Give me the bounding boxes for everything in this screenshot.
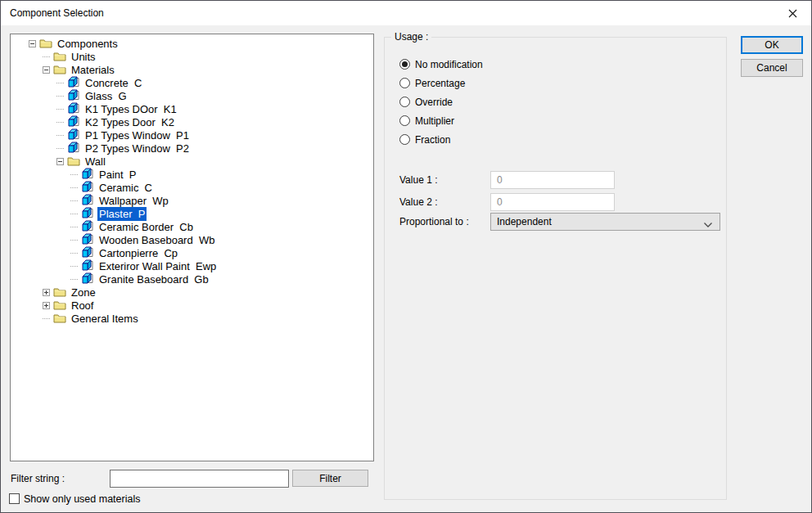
tree-item-paint[interactable]: Paint P [11,168,373,181]
titlebar: Component Selection [1,1,811,25]
material-cube-icon [81,207,94,220]
tree-item-plaster[interactable]: Plaster P [11,207,373,220]
material-cube-icon [81,272,94,286]
tree-connector [70,250,78,257]
tree-connector [56,132,64,139]
tree-item-label: Cartonpierre Cp [97,246,179,260]
usage-option-label: Multiplier [415,115,454,127]
radio-icon[interactable] [399,78,410,88]
material-cube-icon [67,128,80,142]
usage-option-percentage[interactable]: Percentage [399,74,483,92]
radio-selected-icon[interactable] [399,59,410,70]
tree-item-label: P2 Types Window P2 [83,142,191,155]
tree-connector [70,197,78,205]
value2-input[interactable] [490,193,615,211]
tree-connector [56,106,64,113]
filter-string-input[interactable] [110,470,289,488]
folder-icon [53,312,66,325]
show-only-used-materials-checkbox[interactable] [9,493,20,504]
tree-item-wall[interactable]: Wall [11,155,373,168]
material-cube-icon [81,246,94,259]
tree-item-p1-types-window[interactable]: P1 Types Window P1 [11,128,373,142]
component-tree[interactable]: ComponentsUnitsMaterialsConcrete CGlass … [10,34,374,461]
material-cube-icon [81,181,94,194]
tree-item-wallpaper[interactable]: Wallpaper Wp [11,194,373,207]
tree-connector [70,236,78,244]
tree-item-label: Plaster P [97,207,147,221]
cancel-button[interactable]: Cancel [741,59,803,77]
usage-option-multiplier[interactable]: Multiplier [399,111,483,130]
usage-option-fraction[interactable]: Fraction [399,130,483,149]
material-cube-icon [81,207,94,220]
tree-item-zone[interactable]: Zone [11,286,373,299]
tree-item-k1-types-door[interactable]: K1 Types DOor K1 [11,102,373,115]
tree-item-cartonpierre[interactable]: Cartonpierre Cp [11,246,373,259]
expand-plus-icon[interactable] [43,302,50,309]
usage-option-label: Override [415,97,453,108]
tree-connector [43,53,50,61]
material-cube-icon [81,181,94,194]
tree-item-units[interactable]: Units [11,50,373,63]
tree-connector [70,184,78,191]
material-cube-icon [81,194,94,207]
usage-option-no-modification[interactable]: No modification [399,55,483,74]
folder-icon [53,299,66,312]
tree-item-label: P1 Types Window P1 [83,128,191,142]
folder-icon [67,155,80,168]
tree-connector [43,315,50,322]
usage-option-override[interactable]: Override [399,92,483,111]
tree-item-granite-baseboard[interactable]: Granite Baseboard Gb [11,272,373,286]
usage-radio-group: No modificationPercentageOverrideMultipl… [399,55,483,149]
material-cube-icon [67,142,80,155]
tree-item-exteriror-wall-paint[interactable]: Exteriror Wall Paint Ewp [11,259,373,272]
value1-input[interactable] [490,171,615,189]
folder-icon [53,50,66,63]
tree-item-label: Roof [70,299,95,313]
filter-button[interactable]: Filter [292,470,368,487]
tree-connector [70,223,78,231]
tree-item-general-items[interactable]: General Items [11,312,373,325]
tree-item-roof[interactable]: Roof [11,299,373,312]
tree-item-label: Components [56,37,120,51]
expand-plus-icon[interactable] [43,289,50,296]
tree-item-concrete[interactable]: Concrete C [11,76,373,89]
ok-button[interactable]: OK [741,36,803,54]
material-cube-icon [81,246,94,259]
radio-icon[interactable] [399,97,410,107]
window-title: Component Selection [10,7,104,19]
tree-item-wooden-baseboard[interactable]: Wooden Baseboard Wb [11,233,373,246]
radio-icon[interactable] [399,134,410,145]
tree-connector [70,171,78,178]
material-cube-icon [81,259,94,272]
radio-icon[interactable] [399,115,410,126]
folder-icon [53,286,66,299]
collapse-minus-icon[interactable] [43,66,50,74]
tree-item-label: Wooden Baseboard Wb [97,233,216,247]
tree-item-ceramic[interactable]: Ceramic C [11,181,373,194]
tree-item-ceramic-border[interactable]: Ceramic Border Cb [11,220,373,233]
collapse-minus-icon[interactable] [56,158,64,165]
tree-item-label: K1 Types DOor K1 [83,102,178,116]
tree-item-label: Concrete C [83,76,143,90]
material-cube-icon [67,76,80,89]
close-button[interactable] [774,1,811,25]
tree-item-label: Exteriror Wall Paint Ewp [97,259,218,273]
tree-item-k2-types-door[interactable]: K2 Types Door K2 [11,115,373,128]
material-cube-icon [81,220,94,233]
show-only-used-materials-label: Show only used materials [24,493,140,506]
collapse-minus-icon[interactable] [29,40,36,47]
proportional-to-dropdown[interactable]: Independent [490,213,720,231]
tree-item-components[interactable]: Components [11,37,373,50]
folder-icon [53,286,66,299]
material-cube-icon [81,272,94,286]
material-cube-icon [67,76,80,89]
proportional-to-label: Proportional to : [399,213,469,231]
folder-icon [53,299,66,312]
tree-item-materials[interactable]: Materials [11,63,373,76]
material-cube-icon [81,168,94,181]
material-cube-icon [81,168,94,181]
tree-item-p2-types-window[interactable]: P2 Types Window P2 [11,142,373,155]
tree-item-glass[interactable]: Glass G [11,89,373,102]
tree-connector [70,210,78,218]
tree-item-label: Paint P [97,168,138,182]
